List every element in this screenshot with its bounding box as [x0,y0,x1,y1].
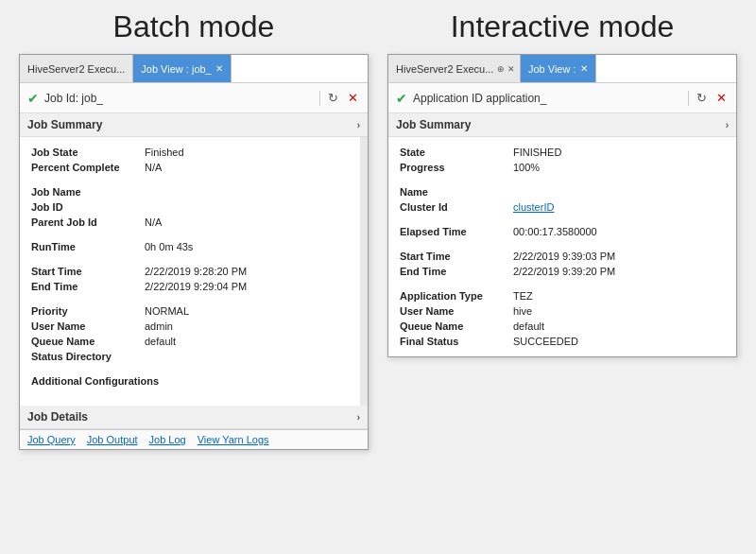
field-row-job-state: Job State Finished [20,145,368,160]
batch-job-details-collapse-icon[interactable]: › [357,412,360,423]
batch-toolbar: ✔ Job Id: job_ ↻ ✕ [20,83,368,113]
batch-refresh-button[interactable]: ↻ [326,91,340,105]
interactive-toolbar: ✔ Application ID application_ ↻ ✕ [388,83,736,113]
spacer-2 [20,230,368,239]
i-field-end-time: End Time 2/22/2019 9:39:20 PM [388,264,736,279]
field-row-priority: Priority NORMAL [20,303,368,319]
batch-tab-job-output[interactable]: Job Output [87,434,138,445]
interactive-tab-1[interactable]: Job View : ✕ [521,55,596,82]
spacer-4 [20,294,368,303]
interactive-window: HiveServer2 Execu... ⊕ ✕ Job View : ✕ ✔ … [387,54,737,357]
batch-tab-job-query[interactable]: Job Query [27,434,76,445]
field-row-end-time: End Time 2/22/2019 9:29:04 PM [20,279,368,294]
interactive-refresh-button[interactable]: ↻ [695,91,709,105]
field-row-job-id: Job ID [20,199,368,215]
interactive-toolbar-divider [688,91,689,106]
interactive-title-bar: HiveServer2 Execu... ⊕ ✕ Job View : ✕ [388,55,736,83]
interactive-tab0-x-icon[interactable]: ⊕ ✕ [497,64,515,74]
batch-job-id: Job Id: job_ [44,92,314,105]
batch-content-area: Job State Finished Percent Complete N/A … [20,137,368,406]
batch-tab-view-yarn-logs[interactable]: View Yarn Logs [198,434,269,445]
field-row-queue-name: Queue Name default [20,334,368,349]
i-field-final-status: Final Status SUCCEEDED [388,334,736,349]
field-row-percent-complete: Percent Complete N/A [20,160,368,175]
field-row-start-time: Start Time 2/22/2019 9:28:20 PM [20,264,368,279]
i-spacer-4 [388,279,736,288]
batch-bottom-tabs: Job Query Job Output Job Log View Yarn L… [20,429,368,449]
batch-toolbar-divider [319,91,320,106]
field-row-user-name: User Name admin [20,319,368,334]
i-field-user-name: User Name hive [388,303,736,319]
spacer-6 [20,389,368,398]
batch-tab-1[interactable]: Job View : job_ ✕ [133,55,231,82]
interactive-panel-header: Job Summary › [388,113,736,137]
i-field-cluster-id: Cluster Id clusterID [388,199,736,215]
i-field-start-time: Start Time 2/22/2019 9:39:03 PM [388,249,736,264]
cluster-id-link[interactable]: clusterID [513,201,554,213]
interactive-content-area: State FINISHED Progress 100% Name Cluste… [388,137,736,356]
interactive-section: Interactive mode HiveServer2 Execu... ⊕ … [387,9,737,357]
field-row-runtime: RunTime 0h 0m 43s [20,239,368,254]
batch-collapse-icon[interactable]: › [357,120,360,130]
interactive-check-icon: ✔ [396,91,407,106]
field-row-additional-configs: Additional Configurations [20,373,368,389]
i-field-elapsed-time: Elapsed Time 00:00:17.3580000 [388,224,736,239]
i-field-queue-name: Queue Name default [388,319,736,334]
batch-section: Batch mode HiveServer2 Execu... Job View… [19,9,369,450]
interactive-title: Interactive mode [451,9,675,44]
batch-job-details-header: Job Details › [20,406,368,429]
i-spacer-2 [388,215,736,224]
interactive-tab-close-icon[interactable]: ✕ [580,63,588,74]
batch-title-bar: HiveServer2 Execu... Job View : job_ ✕ [20,55,368,83]
i-field-state: State FINISHED [388,145,736,160]
field-row-parent-job-id: Parent Job Id N/A [20,215,368,230]
spacer-3 [20,254,368,264]
batch-check-icon: ✔ [27,91,39,106]
i-field-progress: Progress 100% [388,160,736,175]
spacer-1 [20,175,368,184]
field-row-job-name: Job Name [20,184,368,199]
interactive-tab-0[interactable]: HiveServer2 Execu... ⊕ ✕ [388,55,521,82]
batch-tab-0[interactable]: HiveServer2 Execu... [20,55,133,82]
i-spacer-1 [388,175,736,184]
interactive-collapse-icon[interactable]: › [726,120,729,130]
i-spacer-3 [388,239,736,249]
interactive-job-id: Application ID application_ [413,92,682,105]
batch-title: Batch mode [113,9,275,44]
batch-window: HiveServer2 Execu... Job View : job_ ✕ ✔… [19,54,369,450]
batch-tab-job-log[interactable]: Job Log [149,434,186,445]
interactive-close-button[interactable]: ✕ [714,91,729,105]
i-field-app-type: Application Type TEZ [388,288,736,303]
field-row-status-dir: Status Directory [20,349,368,364]
batch-close-button[interactable]: ✕ [346,91,360,105]
batch-tab-close-icon[interactable]: ✕ [215,63,223,74]
batch-panel-header: Job Summary › [20,113,368,137]
spacer-5 [20,364,368,373]
i-field-name: Name [388,184,736,199]
